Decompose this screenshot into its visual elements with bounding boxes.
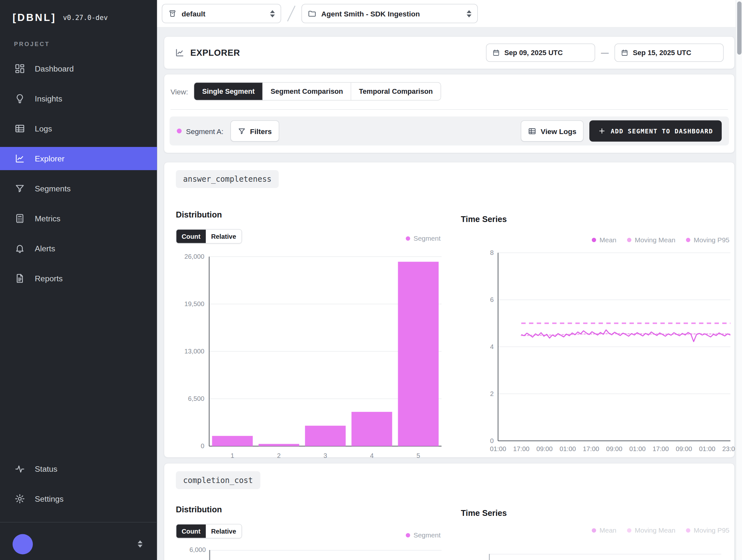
legend-dot xyxy=(686,528,690,532)
distribution-heading: Distribution xyxy=(176,210,222,220)
sidebar-nav: Dashboard Insights Logs Explorer xyxy=(0,57,157,290)
filters-button[interactable]: Filters xyxy=(230,120,279,142)
scrollbar-thumb[interactable] xyxy=(737,2,742,55)
page-title: EXPLORER xyxy=(190,48,240,58)
date-range-separator: — xyxy=(601,48,609,57)
time-series-heading: Time Series xyxy=(461,215,507,224)
avatar[interactable] xyxy=(12,534,33,554)
breadcrumb-separator xyxy=(287,5,295,21)
sidebar-item-reports[interactable]: Reports xyxy=(0,267,157,290)
legend-item-moving-mean[interactable]: Moving Mean xyxy=(627,236,675,244)
add-segment-to-dashboard-button[interactable]: ADD SEGMENT TO DASHBOARD xyxy=(589,120,722,142)
svg-text:09:00: 09:00 xyxy=(676,445,692,452)
date-range: Sep 09, 2025 UTC — Sep 15, 2025 UTC xyxy=(486,44,724,62)
svg-text:01:00: 01:00 xyxy=(629,445,646,452)
tab-single-segment[interactable]: Single Segment xyxy=(195,83,263,100)
legend-item-mean[interactable]: Mean xyxy=(592,526,617,534)
segment-a-panel: Segment A: Filters View Logs xyxy=(170,117,729,146)
calculator-icon xyxy=(14,213,25,224)
svg-text:0: 0 xyxy=(201,442,204,450)
sidebar-item-segments[interactable]: Segments xyxy=(0,177,157,200)
main-content: EXPLORER Sep 09, 2025 UTC — Sep 15, 2025… xyxy=(157,28,737,560)
svg-text:09:00: 09:00 xyxy=(536,445,552,452)
date-from-input[interactable]: Sep 09, 2025 UTC xyxy=(486,44,595,62)
user-menu[interactable] xyxy=(0,528,157,560)
svg-text:23:00: 23:00 xyxy=(722,445,735,452)
sidebar-item-label: Settings xyxy=(35,494,63,504)
dashboard-icon xyxy=(14,63,25,74)
toggle-relative[interactable]: Relative xyxy=(206,524,242,538)
sidebar-item-label: Alerts xyxy=(35,244,55,253)
time-series-legend: Mean Moving Mean Moving P95 xyxy=(592,236,730,244)
explorer-header-card: EXPLORER Sep 09, 2025 UTC — Sep 15, 2025… xyxy=(164,37,735,69)
distribution-chart[interactable]: 06,50013,00019,50026,00012345 xyxy=(168,248,446,458)
sidebar-item-insights[interactable]: Insights xyxy=(0,87,157,110)
toggle-count[interactable]: Count xyxy=(176,524,206,538)
app-version: v0.27.0-dev xyxy=(63,13,108,21)
calendar-icon xyxy=(621,49,629,57)
tab-segment-comparison[interactable]: Segment Comparison xyxy=(263,83,351,100)
funnel-icon xyxy=(237,127,246,135)
time-series-y-axis xyxy=(489,554,490,560)
segment-panel-actions: View Logs ADD SEGMENT TO DASHBOARD xyxy=(521,120,722,142)
sidebar-item-label: Status xyxy=(35,464,57,474)
metric-card-answer-completeness: answer_completeness Distribution Count R… xyxy=(164,162,735,458)
topbar: default Agent Smith - SDK Ingestion xyxy=(157,0,736,28)
calendar-icon xyxy=(492,49,500,57)
toggle-relative[interactable]: Relative xyxy=(206,230,242,243)
lightbulb-icon xyxy=(14,93,25,104)
distribution-y-axis xyxy=(209,550,210,560)
legend-item-segment[interactable]: Segment xyxy=(406,531,440,539)
sidebar-item-dashboard[interactable]: Dashboard xyxy=(0,57,157,80)
chevron-up-down-icon xyxy=(270,10,275,17)
chevron-up-down-icon xyxy=(467,10,472,17)
sidebar-item-status[interactable]: Status xyxy=(0,457,157,480)
view-logs-button-label: View Logs xyxy=(541,127,577,135)
legend-item-moving-p95[interactable]: Moving P95 xyxy=(686,236,730,244)
distribution-top-tick: 6,000 xyxy=(177,546,206,554)
legend-item-segment[interactable]: Segment xyxy=(406,235,440,242)
svg-text:8: 8 xyxy=(490,249,494,256)
svg-text:17:00: 17:00 xyxy=(513,445,529,452)
project-selector-value: Agent Smith - SDK Ingestion xyxy=(321,9,420,18)
activity-icon xyxy=(14,464,25,474)
sidebar-item-metrics[interactable]: Metrics xyxy=(0,207,157,230)
time-series-chart[interactable]: 0246801:0017:0009:0001:0017:0009:0001:00… xyxy=(479,246,736,455)
gear-icon xyxy=(14,494,25,504)
org-selector[interactable]: default xyxy=(162,4,281,23)
view-tabs-row: View: Single Segment Segment Comparison … xyxy=(171,82,441,101)
bell-icon xyxy=(14,243,25,254)
sidebar-item-settings[interactable]: Settings xyxy=(0,487,157,510)
svg-text:19,500: 19,500 xyxy=(184,300,205,307)
toggle-count[interactable]: Count xyxy=(176,230,206,243)
add-segment-button-label: ADD SEGMENT TO DASHBOARD xyxy=(611,127,713,135)
time-series-legend: Mean Moving Mean Moving P95 xyxy=(592,526,730,534)
project-selector[interactable]: Agent Smith - SDK Ingestion xyxy=(302,4,478,23)
sidebar-item-logs[interactable]: Logs xyxy=(0,117,157,140)
tab-temporal-comparison[interactable]: Temporal Comparison xyxy=(351,83,440,100)
svg-text:4: 4 xyxy=(370,452,374,459)
legend-item-mean[interactable]: Mean xyxy=(592,236,617,244)
count-relative-toggle: Count Relative xyxy=(176,524,242,539)
sidebar-item-label: Dashboard xyxy=(35,64,74,73)
sidebar-item-explorer[interactable]: Explorer xyxy=(0,147,157,170)
distribution-legend: Segment xyxy=(406,531,440,539)
metric-card-completion-cost: completion_cost Distribution Count Relat… xyxy=(164,463,735,560)
svg-text:17:00: 17:00 xyxy=(583,445,599,452)
logo-row: [DBNL] v0.27.0-dev xyxy=(0,0,157,23)
svg-text:1: 1 xyxy=(230,452,234,459)
sidebar-divider xyxy=(0,522,157,523)
metric-name-pill: answer_completeness xyxy=(176,170,279,188)
view-tabgroup: Single Segment Segment Comparison Tempor… xyxy=(194,82,441,101)
sidebar-item-alerts[interactable]: Alerts xyxy=(0,237,157,260)
svg-text:0: 0 xyxy=(490,437,494,444)
svg-text:3: 3 xyxy=(324,452,327,459)
divider xyxy=(171,109,728,110)
legend-item-moving-p95[interactable]: Moving P95 xyxy=(686,526,730,534)
svg-text:6: 6 xyxy=(490,296,494,303)
date-to-input[interactable]: Sep 15, 2025 UTC xyxy=(615,44,724,62)
segment-a-label: Segment A: xyxy=(186,127,223,135)
time-series-top-gridline xyxy=(489,554,722,555)
view-logs-button[interactable]: View Logs xyxy=(521,120,584,142)
legend-item-moving-mean[interactable]: Moving Mean xyxy=(627,526,675,534)
